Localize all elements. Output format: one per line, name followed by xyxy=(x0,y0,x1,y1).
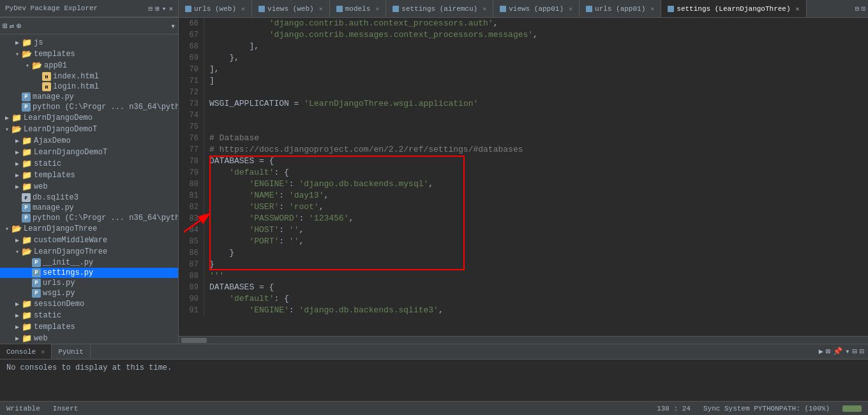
tree-item-web-demo[interactable]: ▶📁web xyxy=(0,181,178,193)
code-line: 79 'default': { xyxy=(179,167,868,178)
tree-item-js[interactable]: ▶📁js xyxy=(0,37,178,48)
tree-file-icon: P xyxy=(32,268,41,277)
tree-item-LearnDjangoDemo[interactable]: ▶📁LearnDjangoDemo xyxy=(0,112,178,124)
tree-item-login.html[interactable]: Hlogin.html xyxy=(0,82,178,92)
line-content: 'NAME': 'day13', xyxy=(209,190,868,201)
tree-file-icon: P xyxy=(32,289,41,298)
tree-file-icon: P xyxy=(32,258,41,267)
tree-item-app01[interactable]: ▾📂app01 xyxy=(0,60,178,71)
tree-item-AjaxDemo[interactable]: ▶📁AjaxDemo xyxy=(0,135,178,147)
line-content: 'ENGINE': 'django.db.backends.mysql', xyxy=(209,178,868,190)
tree-item-python-demo[interactable]: Ppython (C:\Progr ... n36_64\python.e xyxy=(0,213,178,223)
file-tab-icon xyxy=(185,6,191,12)
line-content: 'default': { xyxy=(209,293,868,305)
horizontal-scrollbar[interactable] xyxy=(179,336,868,344)
code-line: 80 'ENGINE': 'django.db.backends.mysql', xyxy=(179,178,868,190)
tree-item-__init__.py[interactable]: P__init__.py xyxy=(0,258,178,268)
tree-arrow-icon: ▶ xyxy=(13,183,22,191)
layout-icon[interactable]: ⊞ xyxy=(155,4,160,13)
code-editor: 66 'django.contrib.auth.context_processo… xyxy=(179,18,868,336)
tab-close-icon[interactable]: ✕ xyxy=(319,5,323,13)
console-tab-console[interactable]: Console✕ xyxy=(0,344,52,359)
console-pin-icon[interactable]: 📌 xyxy=(833,347,842,356)
tree-file-icon: 📁 xyxy=(22,235,32,245)
tree-item-customMiddleWare[interactable]: ▶📁customMiddleWare xyxy=(0,235,178,246)
tree-file-icon: 📂 xyxy=(22,49,32,59)
tree-item-templates-three[interactable]: ▶📁templates xyxy=(0,321,178,333)
tree-item-index.html[interactable]: Hindex.html xyxy=(0,71,178,82)
tab-close-icon[interactable]: ✕ xyxy=(375,5,379,13)
tab-views-app01[interactable]: views (app01)✕ xyxy=(493,0,580,17)
line-content: 'USER': 'root', xyxy=(209,201,868,213)
tree-item-static-demo[interactable]: ▶📁static xyxy=(0,158,178,170)
tree-item-python-web[interactable]: Ppython (C:\Progr ... n36_64\python.e xyxy=(0,102,178,112)
line-content: 'django.contrib.messages.context_process… xyxy=(209,29,868,41)
tree-item-LearnDjangoThree[interactable]: ▾📂LearnDjangoThree xyxy=(0,223,178,235)
tree-item-templates-top[interactable]: ▾📂templates xyxy=(0,48,178,60)
close-panel-icon[interactable]: ✕ xyxy=(168,4,173,13)
tab-urls-web[interactable]: urls (web)✕ xyxy=(179,0,252,17)
panel-menu-icon[interactable]: ▾ xyxy=(170,21,176,31)
tree-file-icon: P xyxy=(32,279,41,288)
tree-item-LearnDjangoThree2[interactable]: ▾📂LearnDjangoThree xyxy=(0,246,178,258)
tab-close-icon[interactable]: ✕ xyxy=(650,5,654,13)
tab-close-icon[interactable]: ✕ xyxy=(569,5,572,13)
console-tab-pyunit[interactable]: PyUnit xyxy=(52,344,91,359)
line-number: 72 xyxy=(179,87,204,98)
tree-item-label: templates xyxy=(34,50,75,59)
console-down-icon[interactable]: ▾ xyxy=(845,347,849,356)
new-file-icon[interactable]: ⊕ xyxy=(17,21,22,31)
minimize-icon[interactable]: ⊟ xyxy=(149,4,153,13)
tab-label: urls (web) xyxy=(194,5,236,13)
tab-close-icon[interactable]: ✕ xyxy=(483,5,486,13)
tree-item-templates-demo[interactable]: ▶📁templates xyxy=(0,170,178,181)
tab-models[interactable]: models✕ xyxy=(330,0,387,17)
tab-close-icon[interactable]: ✕ xyxy=(241,5,245,13)
tree-arrow-icon: ▾ xyxy=(3,126,11,133)
tree-item-manage.py-demo[interactable]: Pmanage.py xyxy=(0,203,178,213)
collapse-all-icon[interactable]: ⊞ xyxy=(3,21,8,31)
tree-item-manage.py[interactable]: Pmanage.py xyxy=(0,92,178,102)
line-number: 74 xyxy=(179,110,204,121)
tree-item-LearnDjangoDemoT[interactable]: ▾📂LearnDjangoDemoT xyxy=(0,124,178,135)
line-content xyxy=(209,110,868,121)
tree-item-db.sqlite3-demo[interactable]: Fdb.sqlite3 xyxy=(0,193,178,203)
tree-item-settings.py[interactable]: Psettings.py xyxy=(0,268,178,278)
tree-item-label: LearnDjangoDemoT xyxy=(24,125,97,134)
tree-item-wsgi.py[interactable]: Pwsgi.py xyxy=(0,288,178,298)
console-new-icon[interactable]: ▶ xyxy=(819,347,823,356)
tree-item-urls.py[interactable]: Purls.py xyxy=(0,278,178,288)
tree-item-sessionDemo[interactable]: ▶📁sessionDemo xyxy=(0,298,178,310)
tab-views-web[interactable]: views (web)✕ xyxy=(252,0,330,17)
tree-item-LearnDjangoDemoT2[interactable]: ▶📁LearnDjangoDemoT xyxy=(0,147,178,158)
code-line: 90 'default': { xyxy=(179,293,868,305)
down-arrow-icon[interactable]: ▾ xyxy=(162,4,167,13)
tab-settings-airemcu[interactable]: settings (airemcu)✕ xyxy=(386,0,493,17)
tree-arrow-icon: ▶ xyxy=(13,137,22,145)
minimize-editor-icon[interactable]: ⊟ xyxy=(855,4,860,13)
link-editor-icon[interactable]: ⇌ xyxy=(10,21,15,31)
tab-urls-app01[interactable]: urls (app01)✕ xyxy=(580,0,661,17)
tab-settings-learndjangothree[interactable]: settings (LearnDjangoThree)✕ xyxy=(661,0,806,17)
tree-arrow-icon: ▶ xyxy=(13,335,22,342)
maximize-editor-icon[interactable]: ⊡ xyxy=(861,4,865,13)
line-number: 70 xyxy=(179,64,204,75)
tree-file-icon: H xyxy=(42,72,51,81)
cursor-position: 138 : 24 xyxy=(657,405,691,412)
file-tab-icon xyxy=(336,6,343,12)
tree-item-static-three[interactable]: ▶📁static xyxy=(0,310,178,321)
tab-label: settings (LearnDjangoThree) xyxy=(677,5,790,13)
tree-item-web-three[interactable]: ▶📁web xyxy=(0,333,178,344)
tab-close-icon[interactable]: ✕ xyxy=(796,5,800,13)
file-tree[interactable]: ▶📁js▾📂templates▾📂app01Hindex.htmlHlogin.… xyxy=(0,34,178,344)
line-number: 71 xyxy=(179,75,204,87)
console-min-icon[interactable]: ⊟ xyxy=(853,347,857,356)
console-tab-close-icon[interactable]: ✕ xyxy=(41,348,45,356)
tree-item-label: manage.py xyxy=(33,203,74,212)
console-clear-icon[interactable]: ⊠ xyxy=(826,347,830,356)
console-max-icon[interactable]: ⊡ xyxy=(860,347,864,356)
tree-item-label: LearnDjangoDemoT xyxy=(34,148,107,157)
tree-file-icon: 📁 xyxy=(22,170,32,180)
line-number: 69 xyxy=(179,52,204,64)
tree-item-label: templates xyxy=(34,171,75,180)
